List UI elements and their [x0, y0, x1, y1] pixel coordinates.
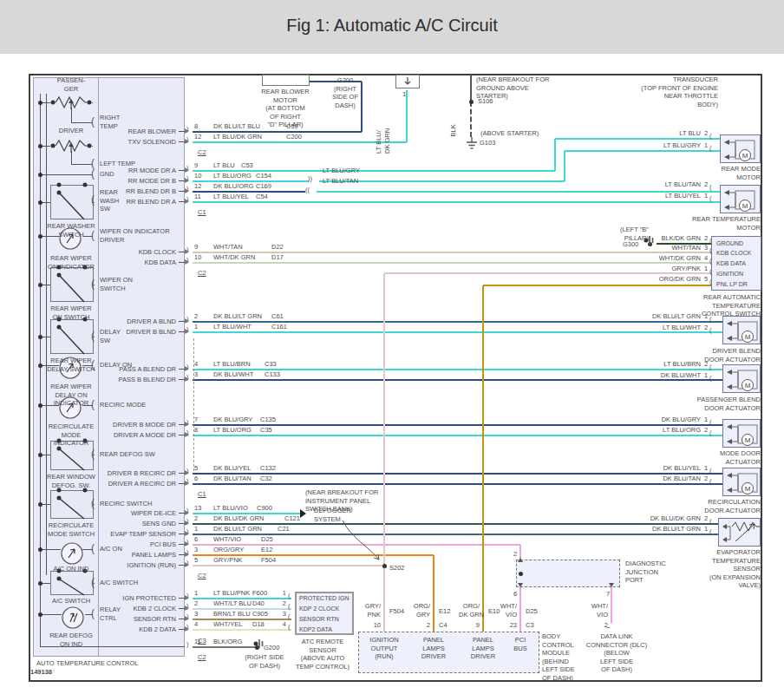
wire-connector-id: F504	[389, 607, 404, 616]
wire-connector-id: C905	[252, 610, 268, 619]
wire-segment	[433, 555, 434, 632]
wire-pin-number: 2	[704, 129, 708, 138]
wire-color-label: DK BLU/TAN	[213, 475, 252, 483]
wire-color-label: DK BLU/LT BLU	[213, 122, 260, 131]
component-label: RECIRCULATE MODE SWITCH	[31, 521, 111, 538]
arrowhead	[185, 626, 189, 632]
atc-pin-label: KDB 2 CLOCK	[74, 605, 176, 613]
wire-pin-number: 11	[194, 193, 201, 201]
component-label: REAR WIPER DELAY ON INDICATOR	[31, 383, 111, 408]
wire-connector-id: D17	[271, 253, 284, 262]
junction-dot	[38, 101, 42, 105]
wire-color-label: BLK/ORG	[213, 638, 242, 646]
wire-pin-number: 9	[469, 621, 480, 630]
component-label: REAR WIPER DELAY SWITCH	[31, 357, 111, 373]
atc-pin-label: WIPER DE-ICE	[74, 509, 176, 518]
annotation: DATA LINK CONNECTOR (DLC) (BELOW LEFT SI…	[579, 632, 654, 674]
device-label: EVAPORATOR TEMPERATURE SENSOR (ON EXPANS…	[685, 548, 761, 590]
device-label: DRIVER BLEND DOOR ACTUATOR	[685, 347, 761, 363]
wire-connector-id: C900	[257, 504, 272, 513]
wire-color-label: WHT/DK GRN	[213, 253, 255, 262]
wire-color-label: LT BLU/ORG	[213, 426, 252, 435]
arrowhead	[185, 470, 189, 475]
svg-text:M: M	[742, 152, 748, 160]
wire-pin-number: 13	[194, 504, 201, 513]
device-label: REAR TEMPERATURE MOTOR	[685, 215, 761, 232]
wire-color-label: LT BLU/VIO	[213, 504, 248, 513]
splice-ground-id: G103	[480, 139, 495, 147]
bracket-symbol: (	[91, 330, 95, 342]
wire-color-label: DK BLU/ORG	[213, 182, 253, 191]
wire-color-label: LT BLU/TAN	[323, 177, 358, 186]
wire-segment	[554, 139, 556, 171]
wire-pin-number: 12	[194, 133, 201, 141]
rotated-wire-label: BLK	[449, 124, 458, 136]
wire-color-label: LT BLU/WHT	[213, 323, 252, 331]
atc-bracket-label: REAR WASH SW	[100, 188, 119, 213]
wire-connector-id: D22	[271, 243, 284, 252]
bracket-symbol: (	[91, 542, 95, 554]
bcm-pin-label: PANEL LAMPS DRIVER	[412, 636, 455, 661]
device-pin-name: KDP 2 CLOCK	[299, 605, 339, 612]
wire-segment	[193, 646, 257, 648]
wire-connector-id: D40	[252, 599, 265, 608]
junction-dot	[38, 547, 42, 552]
wire-color-label: DK BLU/DK GRN	[213, 514, 264, 523]
wire-connector-id: C169	[256, 182, 271, 191]
device-pin-bracket: (	[709, 237, 712, 246]
wire-segment	[193, 629, 291, 631]
wire-color-label: LT BLU/TAN	[597, 180, 701, 189]
wire-color-label: DK BLU/WHT	[213, 370, 253, 379]
wire-pin-number: 8	[194, 426, 198, 435]
junction-dot	[38, 453, 42, 457]
component-label: DRIVER	[31, 127, 111, 135]
svg-text:M: M	[742, 202, 748, 210]
device-pin-bracket: (	[709, 194, 712, 203]
wire-connector-id: D25	[261, 535, 273, 544]
wire-pin-number: 3	[704, 244, 708, 252]
rotated-wire-label: LT BLU/ DK GRN	[375, 128, 391, 154]
arrowhead	[185, 562, 189, 567]
wire-pin-number: 5	[194, 464, 198, 473]
device-pin-name: SENSOR RTN	[299, 615, 339, 623]
wire-connector-id: F504	[261, 556, 276, 565]
wire-pin-number: 10	[194, 172, 201, 180]
connector-tag: C2	[198, 653, 206, 662]
wire-color-label: DK BLU/YEL	[213, 464, 251, 473]
svg-text:M: M	[745, 333, 751, 341]
arrowhead	[518, 583, 523, 587]
wire-open-bracket: )	[186, 640, 189, 649]
wire-color-label: WHT/TAN	[213, 243, 243, 252]
arrowhead	[185, 510, 189, 515]
wire-connector-id: C33	[265, 360, 277, 369]
wire-color-label: GRY/ PNK	[360, 602, 381, 619]
wire-pin-number: 1	[194, 589, 198, 598]
arrowhead	[300, 509, 306, 518]
motor-symbol: M	[724, 468, 759, 495]
atc-pin-label: RR MODE DR B	[74, 177, 176, 186]
device-label: RECIRCULATION DOOR ACTUATOR	[685, 498, 761, 514]
offpage-connector-box	[262, 75, 310, 86]
device-pin-bracket: (	[709, 477, 712, 486]
wire-pin-number: 6	[194, 475, 198, 483]
motor-symbol: M	[724, 365, 759, 392]
component-label: A/C SWITCH	[31, 597, 111, 606]
wire-connector-id: C21	[278, 525, 290, 534]
device-pin-bracket: (	[709, 363, 712, 371]
atc-bracket-label: RECIRC SWITCH	[100, 500, 152, 508]
arrowhead	[185, 606, 189, 611]
device-pin-name: PROTECTED IGN	[299, 594, 350, 602]
wire-pin-number: 4	[704, 254, 708, 263]
connector-tag: C1	[198, 208, 206, 217]
bracket-symbol: (	[91, 576, 95, 588]
device-pin-bracket: (	[709, 144, 712, 153]
switch-symbol	[50, 267, 94, 302]
wire-pin-number: 1	[704, 141, 708, 150]
device-pin-name: KDB DATA	[716, 259, 746, 267]
connection-line	[71, 164, 92, 165]
splice-ground-id: G300	[623, 240, 638, 249]
motor-symbol: M	[724, 317, 759, 344]
atc-bracket-label: WIPER ON SWITCH	[100, 276, 133, 292]
device-pin-bracket: (	[288, 623, 291, 632]
atc-bracket-label: A/C SWITCH	[100, 579, 138, 587]
